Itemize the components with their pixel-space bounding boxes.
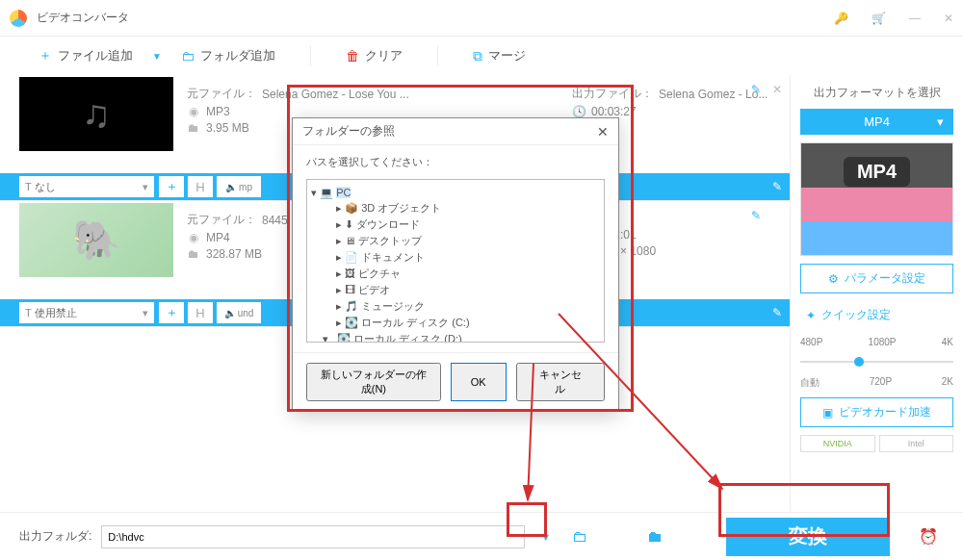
folder-dropdown-icon[interactable]: ▼ xyxy=(534,531,557,543)
thumbnail[interactable]: ♫ xyxy=(19,77,173,151)
app-title: ビデオコンバータ xyxy=(37,10,129,26)
sparkle-icon: ✦ xyxy=(806,309,816,322)
chip-icon: ▣ xyxy=(822,406,833,420)
plus-icon: ＋ xyxy=(39,47,52,64)
output-format-title: 出力フォーマットを選択 xyxy=(800,85,953,101)
gpu-nvidia[interactable]: NVIDIA xyxy=(800,435,875,452)
cart-icon[interactable]: 🛒 xyxy=(872,12,886,25)
clock-icon[interactable]: ⏰ xyxy=(913,527,944,546)
folder-browse-dialog: フォルダーの参照✕ パスを選択してください： ▾ 💻 PC ▸ 📦 3D オブジ… xyxy=(292,117,619,412)
minimize-button[interactable]: — xyxy=(909,12,921,25)
dialog-prompt: パスを選択してください： xyxy=(306,155,605,169)
resolution-labels-bottom: 自動720P2K xyxy=(800,376,953,390)
clock-icon: 🕓 xyxy=(572,105,586,118)
footer-bar: 出力フォルダ: ▼ 🗀 🖿 変換 ⏰ xyxy=(0,512,963,560)
h-button[interactable]: H xyxy=(188,302,213,323)
dialog-close-icon[interactable]: ✕ xyxy=(597,124,609,140)
open-folder-icon[interactable]: 🗀 xyxy=(566,528,593,546)
resolution-labels-top: 480P1080P4K xyxy=(800,337,953,347)
gpu-vendor-row: NVIDIA Intel xyxy=(800,435,953,452)
subtitle-select[interactable]: T 使用禁止 xyxy=(19,302,154,323)
app-logo-icon xyxy=(10,10,27,27)
title-bar: ビデオコンバータ 🔑 🛒 — ✕ xyxy=(0,0,963,37)
audio-track-button[interactable]: 🔈 mp xyxy=(217,176,261,197)
merge-icon: ⧉ xyxy=(473,48,482,64)
thumbnail[interactable]: 🐘 xyxy=(19,203,173,277)
add-folder-button[interactable]: 🗀フォルダ追加 xyxy=(171,43,285,68)
gpu-accel-button[interactable]: ▣ビデオカード加速 xyxy=(800,397,953,427)
convert-button[interactable]: 変換 xyxy=(726,518,890,556)
edit-button-icon[interactable]: ✎ xyxy=(772,180,782,193)
sliders-icon: ⚙ xyxy=(828,272,839,286)
size-icon: 🖿 xyxy=(187,247,200,261)
gpu-intel[interactable]: Intel xyxy=(879,435,954,452)
remove-icon[interactable]: ✕ xyxy=(772,83,782,96)
format-icon: ◉ xyxy=(187,105,200,118)
add-file-button[interactable]: ＋ファイル追加 xyxy=(29,43,143,68)
add-sub-button[interactable]: ＋ xyxy=(159,302,184,323)
trash-icon: 🗑 xyxy=(346,48,359,64)
clear-button[interactable]: 🗑クリア xyxy=(336,43,412,68)
add-file-dropdown-icon[interactable]: ▼ xyxy=(148,51,166,62)
folder-plus-icon: 🗀 xyxy=(181,48,195,64)
close-button[interactable]: ✕ xyxy=(944,12,953,25)
subtitle-select[interactable]: T なし xyxy=(19,176,154,197)
h-button[interactable]: H xyxy=(188,176,213,197)
output-folder-input[interactable] xyxy=(101,525,525,548)
format-icon: ◉ xyxy=(187,231,200,244)
add-sub-button[interactable]: ＋ xyxy=(159,176,184,197)
browse-icon[interactable]: 🖿 xyxy=(641,528,668,546)
dialog-title: フォルダーの参照 xyxy=(302,123,395,140)
edit-icon[interactable]: ✎ xyxy=(751,209,761,222)
format-preview: MP4 xyxy=(800,142,953,256)
edit-button-icon[interactable]: ✎ xyxy=(772,306,782,319)
format-dropdown[interactable]: MP4 xyxy=(800,109,953,135)
cancel-button[interactable]: キャンセル xyxy=(516,363,605,401)
ok-button[interactable]: OK xyxy=(451,363,507,401)
new-folder-button[interactable]: 新しいフォルダーの作成(N) xyxy=(306,363,441,401)
parameter-settings-button[interactable]: ⚙パラメータ設定 xyxy=(800,264,953,293)
size-icon: 🖿 xyxy=(187,121,200,135)
edit-icon[interactable]: ✎ xyxy=(751,83,761,96)
resolution-slider[interactable] xyxy=(800,361,953,363)
key-icon[interactable]: 🔑 xyxy=(834,12,848,25)
main-toolbar: ＋ファイル追加 ▼ 🗀フォルダ追加 🗑クリア ⧉マージ xyxy=(0,37,963,75)
folder-tree[interactable]: ▾ 💻 PC ▸ 📦 3D オブジェクト ▸ ⬇ ダウンロード ▸ 🖥 デスクト… xyxy=(306,179,605,343)
output-folder-label: 出力フォルダ: xyxy=(19,528,91,545)
audio-track-button[interactable]: 🔈 und xyxy=(217,302,261,323)
format-badge: MP4 xyxy=(844,157,910,187)
merge-button[interactable]: ⧉マージ xyxy=(463,43,535,68)
quick-settings-label: ✦クイック設定 xyxy=(800,301,953,329)
output-panel: 出力フォーマットを選択 MP4 MP4 ⚙パラメータ設定 ✦クイック設定 480… xyxy=(790,75,963,512)
